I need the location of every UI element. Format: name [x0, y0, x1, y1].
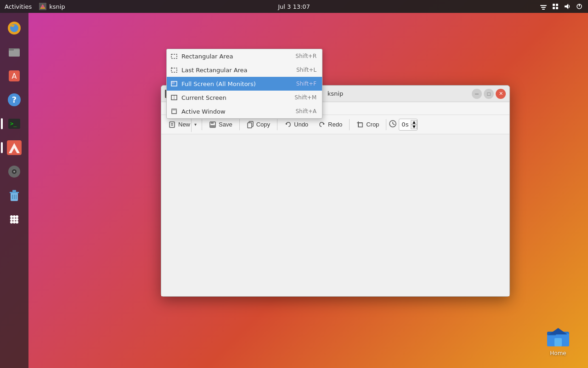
- svg-rect-17: [9, 48, 14, 51]
- svg-line-68: [393, 124, 395, 125]
- undo-icon: [284, 121, 292, 128]
- delay-input-group: 0s ▲ ▼: [389, 119, 418, 131]
- undo-button[interactable]: Undo: [280, 117, 313, 132]
- maximize-button[interactable]: □: [484, 89, 494, 99]
- svg-point-44: [16, 221, 18, 224]
- dropdown-item-last-rectangular[interactable]: Last Rectangular Area Shift+L: [167, 63, 322, 77]
- ksnip-tray-icon: [39, 3, 46, 10]
- svg-point-38: [16, 215, 18, 218]
- copy-button[interactable]: Copy: [242, 117, 275, 132]
- dropdown-item-label-4: Active Window: [181, 108, 226, 115]
- dropdown-item-rectangular[interactable]: Rectangular Area Shift+R: [167, 49, 322, 63]
- dropdown-item-current-screen[interactable]: Current Screen Shift+M: [167, 91, 322, 104]
- current-screen-icon: [170, 94, 178, 101]
- taskbar-item-trash[interactable]: [4, 185, 25, 206]
- redo-icon: [318, 121, 326, 128]
- dropdown-item-fullscreen[interactable]: Full Screen (All Monitors) Shift+F: [167, 77, 322, 91]
- close-button[interactable]: ✕: [496, 89, 506, 99]
- network-indicator-icon: [539, 2, 548, 11]
- save-label: Save: [219, 121, 232, 128]
- svg-point-36: [10, 215, 13, 218]
- copy-label: Copy: [256, 121, 270, 128]
- svg-rect-77: [172, 109, 176, 110]
- crop-icon: [356, 121, 364, 128]
- taskbar-item-appstore[interactable]: A: [4, 65, 25, 86]
- undo-label: Undo: [294, 121, 308, 128]
- separator-4: [349, 119, 350, 130]
- dropdown-item-active-window[interactable]: Active Window Shift+A: [167, 104, 322, 118]
- window-controls: ─ □ ✕: [472, 89, 506, 99]
- top-bar-right: [539, 2, 583, 11]
- minimize-button[interactable]: ─: [472, 89, 482, 99]
- svg-rect-9: [556, 7, 558, 9]
- new-dropdown-arrow[interactable]: ▾: [191, 117, 199, 132]
- svg-marker-10: [565, 4, 568, 9]
- svg-point-43: [13, 221, 16, 224]
- home-folder-icon: [546, 324, 570, 348]
- svg-rect-31: [10, 192, 19, 193]
- taskbar-item-terminal[interactable]: >_: [4, 113, 25, 134]
- svg-rect-6: [553, 4, 555, 6]
- svg-rect-49: [554, 338, 562, 346]
- dropdown-item-shortcut-3: Shift+M: [294, 94, 317, 101]
- last-rectangular-icon: [170, 66, 178, 74]
- svg-point-42: [10, 221, 13, 224]
- activities-button[interactable]: Activities: [5, 3, 32, 10]
- separator-2: [239, 119, 240, 130]
- separator-1: [202, 119, 202, 130]
- new-button[interactable]: New: [164, 117, 190, 132]
- top-bar-left: Activities ksnip: [5, 3, 65, 10]
- taskbar-item-disk[interactable]: [4, 161, 25, 182]
- new-icon: [169, 121, 176, 128]
- svg-rect-70: [171, 68, 177, 72]
- new-dropdown-menu: Rectangular Area Shift+R Last Rectangula…: [166, 49, 322, 119]
- taskbar-item-ksnip[interactable]: [4, 137, 25, 158]
- top-bar: Activities ksnip Jul 3 13:07: [0, 0, 588, 13]
- taskbar-item-files[interactable]: [4, 41, 25, 63]
- svg-rect-4: [541, 7, 546, 8]
- volume-icon[interactable]: [563, 2, 571, 11]
- separator-3: [277, 119, 277, 130]
- dropdown-item-label-2: Full Screen (All Monitors): [181, 80, 256, 87]
- desktop-home-icon[interactable]: Home: [540, 324, 577, 356]
- taskbar-item-firefox[interactable]: [4, 17, 25, 39]
- svg-rect-53: [170, 122, 175, 127]
- svg-rect-63: [358, 123, 362, 127]
- dropdown-item-label-3: Current Screen: [181, 94, 226, 101]
- svg-rect-3: [540, 5, 547, 6]
- svg-marker-48: [549, 328, 567, 334]
- delay-value: 0s: [399, 121, 411, 128]
- dropdown-item-label-1: Last Rectangular Area: [181, 67, 248, 74]
- taskbar: A ? >_: [0, 13, 28, 368]
- delay-up-arrow[interactable]: ▲: [411, 120, 417, 125]
- rectangular-icon: [170, 52, 178, 60]
- svg-rect-5: [542, 9, 545, 10]
- svg-point-29: [13, 171, 15, 172]
- save-icon: [209, 121, 216, 128]
- dropdown-item-shortcut-2: Shift+F: [296, 80, 317, 87]
- crop-label: Crop: [366, 121, 379, 128]
- svg-rect-32: [12, 190, 16, 192]
- home-icon-label: Home: [550, 350, 566, 356]
- delay-down-arrow[interactable]: ▼: [411, 125, 417, 129]
- network-icon: [551, 2, 560, 11]
- save-button[interactable]: Save: [204, 117, 237, 132]
- content-area: [161, 134, 509, 296]
- redo-label: Redo: [328, 121, 342, 128]
- delay-icon: [389, 120, 397, 129]
- svg-rect-73: [172, 82, 174, 84]
- dropdown-item-shortcut-4: Shift+A: [295, 108, 317, 115]
- delay-spinner[interactable]: ▲ ▼: [411, 120, 417, 129]
- svg-point-39: [10, 218, 13, 221]
- taskbar-item-help[interactable]: ?: [4, 89, 25, 110]
- crop-button[interactable]: Crop: [352, 117, 384, 132]
- svg-rect-57: [211, 122, 214, 124]
- power-icon[interactable]: [575, 2, 583, 11]
- svg-text:?: ?: [12, 95, 17, 104]
- redo-button[interactable]: Redo: [314, 117, 347, 132]
- taskbar-item-apps[interactable]: [4, 209, 25, 230]
- copy-icon: [247, 121, 254, 128]
- svg-rect-69: [171, 54, 177, 58]
- active-app-name: ksnip: [39, 3, 65, 10]
- svg-point-41: [16, 218, 18, 221]
